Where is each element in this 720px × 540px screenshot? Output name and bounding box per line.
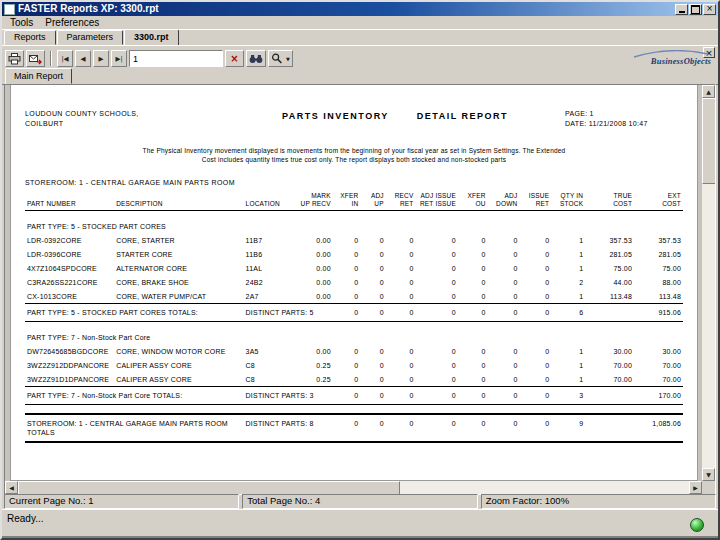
close-button[interactable]: × bbox=[703, 4, 716, 15]
cell: 0.00 bbox=[292, 261, 332, 275]
cell: 0 bbox=[519, 414, 551, 442]
column-header: UP bbox=[360, 200, 385, 211]
column-header: COST bbox=[634, 200, 683, 211]
vertical-scroll-thumb[interactable] bbox=[702, 98, 716, 184]
last-page-button[interactable]: ▶| bbox=[111, 50, 127, 67]
cell: 0 bbox=[360, 414, 385, 442]
totals-row: PART TYPE: 7 - Non-Stock Part Core TOTAL… bbox=[25, 387, 683, 405]
cell: 1 bbox=[551, 247, 585, 261]
cell: 0 bbox=[360, 358, 385, 372]
tab-reports[interactable]: Reports bbox=[4, 30, 56, 45]
zoom-button[interactable]: ▼ bbox=[268, 50, 293, 67]
cell: 0 bbox=[333, 289, 361, 304]
cell: 0 bbox=[416, 344, 458, 358]
distinct-parts-cell: DISTINCT PARTS: 8 bbox=[244, 414, 333, 442]
report-title: PARTS INVENTORYDETAIL REPORT bbox=[225, 109, 565, 121]
window-controls: × bbox=[675, 4, 716, 15]
current-page-panel: Current Page No.: 1 bbox=[4, 494, 239, 509]
minimize-button[interactable] bbox=[675, 4, 688, 15]
tab-3300-rpt[interactable]: 3300.rpt bbox=[124, 29, 179, 46]
cell: 75.00 bbox=[634, 261, 683, 275]
column-header: OU bbox=[458, 200, 488, 211]
cell: 0 bbox=[333, 372, 361, 387]
page-number-input[interactable] bbox=[129, 50, 223, 67]
scroll-down-button[interactable]: ▼ bbox=[702, 468, 715, 481]
maximize-icon bbox=[691, 5, 700, 14]
column-header: RET ISSUE bbox=[416, 200, 458, 211]
window-title: FASTER Reports XP: 3300.rpt bbox=[18, 3, 675, 15]
cell: 0 bbox=[360, 275, 385, 289]
column-header: RECV bbox=[386, 192, 416, 200]
app-status-bar: Ready... bbox=[2, 509, 718, 538]
group-row: PART TYPE: 5 - STOCKED PART CORES bbox=[25, 211, 683, 234]
cell: 0 bbox=[360, 247, 385, 261]
cell: 0 bbox=[416, 387, 458, 405]
export-icon bbox=[29, 53, 42, 65]
page-label: PAGE: 1 bbox=[565, 109, 683, 119]
businessobjects-logo-text: BusinessObjects bbox=[651, 56, 711, 66]
column-header bbox=[114, 192, 243, 200]
storeroom-heading: STOREROOM: 1 - CENTRAL GARAGE MAIN PARTS… bbox=[25, 179, 683, 186]
totals-label-cell: PART TYPE: 7 - Non-Stock Part Core TOTAL… bbox=[25, 387, 244, 405]
first-page-button[interactable]: |◀ bbox=[57, 50, 73, 67]
cell: 0 bbox=[333, 261, 361, 275]
cell: 3A5 bbox=[244, 344, 293, 358]
report-header: LOUDOUN COUNTY SCHOOLS, COILBURT PARTS I… bbox=[25, 109, 683, 129]
cell: 0 bbox=[519, 289, 551, 304]
cell: 70.00 bbox=[585, 372, 634, 387]
cell: 357.53 bbox=[585, 233, 634, 247]
cell: 0.00 bbox=[292, 344, 332, 358]
stop-button[interactable]: × bbox=[225, 50, 244, 67]
menu-tools[interactable]: Tools bbox=[5, 17, 38, 29]
cell: 0 bbox=[519, 304, 551, 322]
part-row: 4X7Z1064SPDCOREALTERNATOR CORE11AL0.0000… bbox=[25, 261, 683, 275]
tab-parameters[interactable]: Parameters bbox=[57, 30, 124, 45]
maximize-button[interactable] bbox=[689, 4, 702, 15]
cell: LDR-0396CORE bbox=[25, 247, 114, 261]
column-header: TRUE bbox=[585, 192, 634, 200]
cell: 1 bbox=[551, 358, 585, 372]
print-button[interactable] bbox=[5, 50, 24, 67]
cell: 0 bbox=[333, 344, 361, 358]
cell: 70.00 bbox=[634, 358, 683, 372]
cell: 0 bbox=[488, 414, 520, 442]
cell: 0 bbox=[360, 289, 385, 304]
cell: 0 bbox=[386, 261, 416, 275]
titlebar: FASTER Reports XP: 3300.rpt × bbox=[2, 2, 718, 16]
viewer-status-bar: Current Page No.: 1 Total Page No.: 4 Zo… bbox=[2, 493, 718, 510]
column-header: ADJ bbox=[488, 192, 520, 200]
vertical-scrollbar[interactable]: ▲ ▼ bbox=[702, 85, 715, 481]
prev-page-button[interactable]: ◀ bbox=[75, 50, 91, 67]
cell: 0.25 bbox=[292, 372, 332, 387]
cell: 0 bbox=[333, 358, 361, 372]
totals-label-cell: STOREROOM: 1 - CENTRAL GARAGE MAIN PARTS… bbox=[25, 414, 244, 442]
cell: 0 bbox=[386, 414, 416, 442]
column-header: RET bbox=[519, 200, 551, 211]
cell: 70.00 bbox=[634, 372, 683, 387]
part-row: DW72645685BGDCORECORE, WINDOW MOTOR CORE… bbox=[25, 344, 683, 358]
column-header: QTY IN bbox=[551, 192, 585, 200]
cell: 0 bbox=[386, 304, 416, 322]
search-button[interactable] bbox=[246, 50, 266, 67]
menu-bar: Tools Preferences bbox=[2, 16, 718, 30]
total-page-panel: Total Page No.: 4 bbox=[242, 494, 477, 509]
cell: 0 bbox=[519, 344, 551, 358]
page-info-block: PAGE: 1 DATE: 11/21/2008 10:47 bbox=[565, 109, 683, 129]
menu-preferences[interactable]: Preferences bbox=[40, 17, 104, 29]
cell: 0 bbox=[386, 387, 416, 405]
cell: 281.05 bbox=[634, 247, 683, 261]
binoculars-search-icon bbox=[249, 54, 263, 64]
company-line-2: COILBURT bbox=[25, 119, 225, 129]
export-button[interactable] bbox=[26, 50, 45, 67]
cell: 0 bbox=[519, 372, 551, 387]
cell: 0 bbox=[458, 304, 488, 322]
group-row: PART TYPE: 7 - Non-Stock Part Core bbox=[25, 322, 683, 345]
cell: 0.00 bbox=[292, 289, 332, 304]
cell: 0 bbox=[488, 247, 520, 261]
next-page-button[interactable]: ▶ bbox=[93, 50, 109, 67]
scroll-up-button[interactable]: ▲ bbox=[702, 85, 715, 98]
cell: 88.00 bbox=[634, 275, 683, 289]
tab-main-report[interactable]: Main Report bbox=[5, 68, 72, 84]
header-row-top: MARKXFERADJRECVADJ ISSUEXFERADJISSUEQTY … bbox=[25, 192, 683, 200]
cell: 0 bbox=[458, 261, 488, 275]
